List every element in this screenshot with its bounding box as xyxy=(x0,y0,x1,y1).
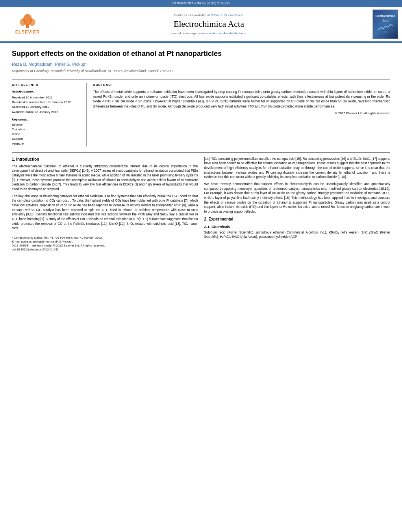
received-date: Received 10 November 2011 xyxy=(12,95,82,100)
journal-title: Electrochimica Acta xyxy=(54,18,363,30)
article-info-abstract-section: ARTICLE INFO Article history: Received 1… xyxy=(12,79,390,146)
cover-title-line1: Electrochimica xyxy=(376,14,395,18)
article-content: Support effects on the oxidation of etha… xyxy=(0,43,402,258)
body-section: 1. Introduction The electrochemical oxid… xyxy=(12,152,390,252)
keyword-2: Oxidation xyxy=(12,127,82,132)
page: Electrochimica Acta 65 (2012) 210–215 EL… xyxy=(0,0,402,532)
footnote-email: E-mail address: pickup@mun.ca (P.G. Pick… xyxy=(12,240,198,244)
journal-cover-image: Electrochimica Acta ISE xyxy=(372,9,398,39)
section1-para4: We have recently demonstrated that suppo… xyxy=(204,182,391,214)
elsevier-wordmark: ELSEVIER xyxy=(15,29,40,35)
journal-header: ELSEVIER Contents lists available at Sci… xyxy=(0,7,402,42)
article-info-heading: ARTICLE INFO xyxy=(12,83,82,87)
accepted-date: Accepted 12 January 2012 xyxy=(12,105,82,109)
footnote-area: * Corresponding author. Tel.: +1 709 864… xyxy=(12,234,198,252)
available-online-date: Available online 20 January 2012 xyxy=(12,110,82,114)
section1-title: 1. Introduction xyxy=(12,157,198,162)
citation-text: Electrochimica Acta 65 (2012) 210–215 xyxy=(172,1,230,5)
elsevier-logo-area: ELSEVIER xyxy=(4,13,51,35)
elsevier-tree-icon xyxy=(16,13,39,29)
section2-sub1-title: 2.1. Chemicals xyxy=(204,224,391,229)
abstract-heading: ABSTRACT xyxy=(93,83,390,87)
article-history-label: Article history: xyxy=(12,89,82,94)
keyword-3: Oxide xyxy=(12,132,82,136)
copyright-line: © 2012 Elsevier Ltd. All rights reserved… xyxy=(93,111,390,115)
received-revised-date: Received in revised form 11 January 2012 xyxy=(12,100,82,104)
journal-citation-banner: Electrochimica Acta 65 (2012) 210–215 xyxy=(0,0,402,7)
keywords-label: Keywords: xyxy=(12,117,82,122)
svg-point-3 xyxy=(30,18,35,26)
journal-cover-area: Electrochimica Acta ISE xyxy=(367,9,398,39)
section1-para1: The electrochemical oxidation of ethanol… xyxy=(12,164,198,192)
sciverse-link[interactable]: SciVerse ScienceDirect xyxy=(211,13,243,17)
body-right-column: [14], TiO₂ containing polyoxometallate m… xyxy=(204,157,391,252)
article-affiliation: Department of Chemistry, Memorial Univer… xyxy=(12,69,390,74)
footnote-doi: doi:10.1016/j.electacta.2012.01.042 xyxy=(12,248,198,252)
abstract-text: The effects of metal oxide supports on e… xyxy=(93,89,390,109)
journal-title-area: Contents lists available at SciVerse Sci… xyxy=(54,13,363,35)
section2-sub1-para: Sulphuric acid (Fisher Scientific), anhy… xyxy=(204,230,391,239)
homepage-link[interactable]: www.elsevier.com/locate/electacta xyxy=(198,32,246,35)
section1-para3: [14], TiO₂ containing polyoxometallate m… xyxy=(204,157,391,180)
journal-homepage: journal homepage: www.elsevier.com/locat… xyxy=(54,31,363,35)
cover-graph-icon xyxy=(378,23,393,31)
footnote-star: * Corresponding author. Tel.: +1 709 864… xyxy=(12,236,198,240)
keyword-5: Platinum xyxy=(12,142,82,146)
article-authors: Reza B. Moghaddam, Peter G. Pickup* xyxy=(12,61,390,67)
sciverse-text: Contents lists available at SciVerse Sci… xyxy=(54,13,363,17)
cover-title-line2: Acta xyxy=(382,18,389,23)
article-info-column: ARTICLE INFO Article history: Received 1… xyxy=(12,83,87,146)
body-left-column: 1. Introduction The electrochemical oxid… xyxy=(12,157,198,252)
keyword-4: Support xyxy=(12,137,82,141)
footnote-issn: 0013-4686/$ – see front matter © 2012 El… xyxy=(12,244,198,248)
section1-para2: The key challenge in developing catalyst… xyxy=(12,194,198,231)
keyword-1: Ethanol xyxy=(12,122,82,127)
svg-point-2 xyxy=(20,18,26,26)
cover-ise-label: ISE xyxy=(383,31,387,34)
abstract-column: ABSTRACT The effects of metal oxide supp… xyxy=(93,83,390,146)
article-title: Support effects on the oxidation of etha… xyxy=(12,49,390,58)
section2-title: 2. Experimental xyxy=(204,217,391,222)
